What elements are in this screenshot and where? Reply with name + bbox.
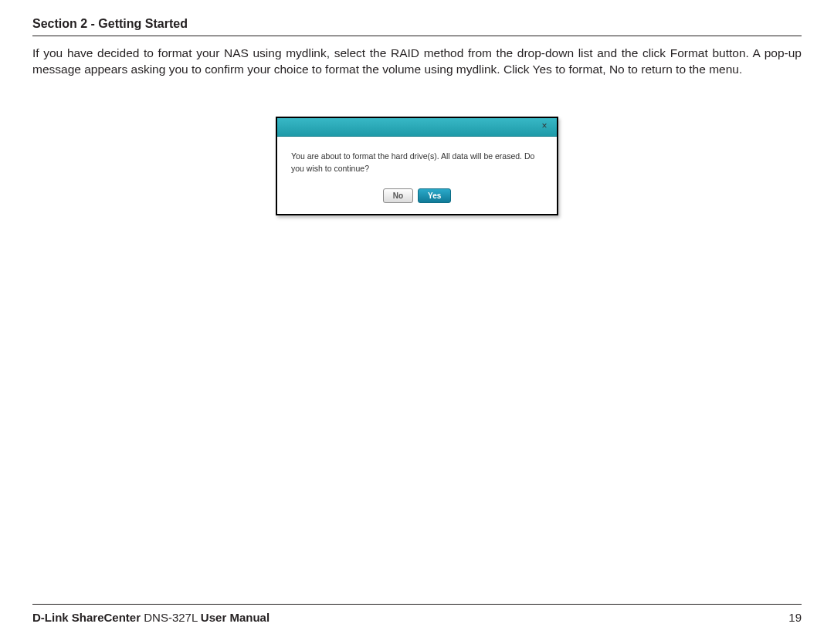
dialog-message: You are about to format the hard drive(s… — [277, 137, 557, 186]
page-number: 19 — [788, 611, 802, 624]
manual-page: Section 2 - Getting Started If you have … — [0, 0, 834, 644]
close-icon[interactable]: × — [537, 120, 552, 133]
confirm-dialog: × You are about to format the hard drive… — [276, 117, 558, 216]
yes-button[interactable]: Yes — [418, 188, 451, 203]
page-footer: D-Link ShareCenter DNS-327L User Manual … — [32, 604, 802, 624]
instruction-paragraph: If you have decided to format your NAS u… — [32, 46, 802, 78]
dialog-button-row: No Yes — [277, 185, 557, 214]
footer-manual-label: User Manual — [201, 611, 270, 624]
dialog-titlebar: × — [277, 118, 557, 137]
section-heading: Section 2 - Getting Started — [32, 17, 802, 36]
no-button[interactable]: No — [383, 188, 413, 203]
footer-title: D-Link ShareCenter DNS-327L User Manual — [32, 611, 270, 624]
footer-model: DNS-327L — [141, 611, 201, 624]
dialog-screenshot-wrap: × You are about to format the hard drive… — [32, 117, 802, 216]
footer-brand: D-Link ShareCenter — [32, 611, 141, 624]
